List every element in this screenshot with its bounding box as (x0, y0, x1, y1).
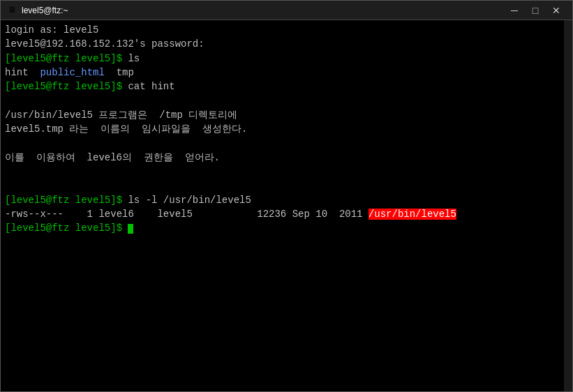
cursor (128, 224, 133, 234)
line-ls-l-cmd: [level5@ftz level5]$ ls -l /usr/bin/leve… (5, 193, 560, 207)
maximize-button[interactable]: □ (525, 3, 546, 17)
titlebar-title: level5@ftz:~ (22, 6, 504, 15)
line-ls-cmd: [level5@ftz level5]$ ls (5, 52, 560, 66)
terminal-window: 🖥 level5@ftz:~ ─ □ ✕ login as: level5 le… (0, 0, 573, 392)
line-ls-output: hint public_html tmp (5, 66, 560, 80)
line-blank3 (5, 165, 560, 179)
terminal-container: login as: level5 level5@192.168.152.132'… (1, 20, 572, 391)
scrollbar[interactable] (564, 20, 572, 391)
line-cat-cmd: [level5@ftz level5]$ cat hint (5, 80, 560, 93)
line-blank4 (5, 179, 560, 193)
titlebar-buttons: ─ □ ✕ (504, 3, 567, 17)
line-korean2: level5.tmp 라는 이름의 임시파일을 생성한다. (5, 122, 560, 136)
line-login: login as: level5 (5, 23, 560, 37)
line-blank1 (5, 93, 560, 107)
minimize-button[interactable]: ─ (504, 3, 525, 17)
line-ls-l-output: -rws--x--- 1 level6 level5 12236 Sep 10 … (5, 207, 560, 221)
line-korean1: /usr/bin/level5 프로그램은 /tmp 디렉토리에 (5, 108, 560, 122)
close-button[interactable]: ✕ (546, 3, 567, 17)
titlebar: 🖥 level5@ftz:~ ─ □ ✕ (1, 1, 572, 20)
terminal[interactable]: login as: level5 level5@192.168.152.132'… (1, 20, 564, 391)
line-blank2 (5, 136, 560, 150)
line-password: level5@192.168.152.132's password: (5, 37, 560, 51)
titlebar-icon: 🖥 (6, 5, 17, 16)
line-korean3: 이를 이용하여 level6의 권한을 얻어라. (5, 151, 560, 165)
line-prompt-cursor: [level5@ftz level5]$ (5, 221, 560, 235)
